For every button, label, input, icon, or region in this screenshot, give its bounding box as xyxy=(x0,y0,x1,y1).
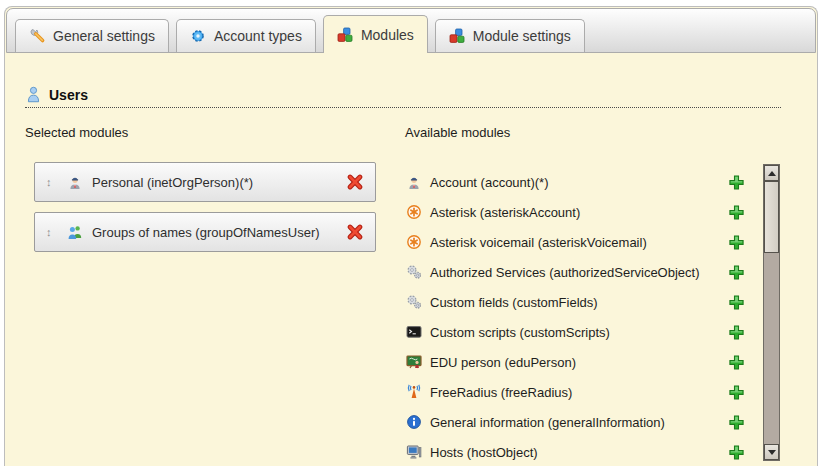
add-module-button[interactable] xyxy=(728,354,745,371)
lam-configuration-window: General settingsAccount typesModulesModu… xyxy=(0,0,824,473)
add-module-button[interactable] xyxy=(728,324,745,341)
gears-icon xyxy=(405,264,422,281)
gears-icon xyxy=(405,294,422,311)
selected-modules-list: ↕Personal (inetOrgPerson)(*)↕Groups of n… xyxy=(34,162,376,262)
modules-icon xyxy=(449,28,466,45)
available-module-asterisk: Asterisk (asteriskAccount) xyxy=(405,197,745,227)
tab-module-settings[interactable]: Module settings xyxy=(435,19,585,52)
add-module-button[interactable] xyxy=(728,264,745,281)
available-modules-label: Available modules xyxy=(405,125,510,140)
gear-icon xyxy=(190,28,207,45)
tab-label: Module settings xyxy=(473,28,571,44)
person-icon xyxy=(405,174,422,191)
scrollbar-up-button[interactable] xyxy=(764,165,779,181)
module-name: Hosts (hostObject) xyxy=(430,445,728,460)
asterisk-icon xyxy=(405,204,422,221)
scrollbar-down-button[interactable] xyxy=(764,444,779,460)
module-name: FreeRadius (freeRadius) xyxy=(430,385,728,400)
available-module-custom-fields: Custom fields (customFields) xyxy=(405,287,745,317)
add-module-button[interactable] xyxy=(728,294,745,311)
selected-module-groups-of-names[interactable]: ↕Groups of names (groupOfNamesUser) xyxy=(34,212,376,252)
available-module-hosts: Hosts (hostObject) xyxy=(405,437,745,467)
info-icon xyxy=(405,414,422,431)
board-icon xyxy=(405,354,422,371)
reorder-handle-icon[interactable]: ↕ xyxy=(46,176,66,188)
tab-bar: General settingsAccount typesModulesModu… xyxy=(6,8,816,53)
available-module-general-information: General information (generalInformation) xyxy=(405,407,745,437)
selected-module-personal[interactable]: ↕Personal (inetOrgPerson)(*) xyxy=(34,162,376,202)
users-icon xyxy=(25,86,42,103)
add-module-button[interactable] xyxy=(728,444,745,461)
module-name: Asterisk (asteriskAccount) xyxy=(430,205,728,220)
remove-module-button[interactable] xyxy=(346,173,364,191)
tab-modules[interactable]: Modules xyxy=(323,15,428,53)
module-name: Account (account)(*) xyxy=(430,175,728,190)
group-icon xyxy=(66,224,83,241)
module-name: EDU person (eduPerson) xyxy=(430,355,728,370)
reorder-handle-icon[interactable]: ↕ xyxy=(46,226,66,238)
tab-general-settings[interactable]: General settings xyxy=(15,19,169,52)
available-module-freeradius: FreeRadius (freeRadius) xyxy=(405,377,745,407)
available-modules-list: Account (account)(*)Asterisk (asteriskAc… xyxy=(405,167,745,467)
add-module-button[interactable] xyxy=(728,174,745,191)
available-module-asterisk-voicemail: Asterisk voicemail (asteriskVoicemail) xyxy=(405,227,745,257)
modules-icon xyxy=(337,26,354,43)
available-module-authorized-services: Authorized Services (authorizedServiceOb… xyxy=(405,257,745,287)
module-name: Groups of names (groupOfNamesUser) xyxy=(92,225,346,240)
add-module-button[interactable] xyxy=(728,234,745,251)
available-module-custom-scripts: Custom scripts (customScripts) xyxy=(405,317,745,347)
module-name: Custom fields (customFields) xyxy=(430,295,728,310)
module-name: Authorized Services (authorizedServiceOb… xyxy=(430,265,728,280)
tab-label: General settings xyxy=(53,28,155,44)
up-arrow-icon xyxy=(768,171,776,176)
tab-account-types[interactable]: Account types xyxy=(176,19,316,52)
available-modules-scrollbar[interactable] xyxy=(763,164,780,461)
person-icon xyxy=(66,174,83,191)
module-name: Asterisk voicemail (asteriskVoicemail) xyxy=(430,235,728,250)
available-module-edu-person: EDU person (eduPerson) xyxy=(405,347,745,377)
antenna-icon xyxy=(405,384,422,401)
down-arrow-icon xyxy=(768,450,776,455)
wrench-icon xyxy=(29,28,46,45)
module-name: Custom scripts (customScripts) xyxy=(430,325,728,340)
add-module-button[interactable] xyxy=(728,204,745,221)
terminal-icon xyxy=(405,324,422,341)
available-module-account: Account (account)(*) xyxy=(405,167,745,197)
module-name: General information (generalInformation) xyxy=(430,415,728,430)
remove-module-button[interactable] xyxy=(346,223,364,241)
scrollbar-thumb[interactable] xyxy=(764,181,779,253)
users-section-header: Users xyxy=(25,86,781,108)
module-name: Personal (inetOrgPerson)(*) xyxy=(92,175,346,190)
selected-modules-label: Selected modules xyxy=(25,125,128,140)
tab-label: Modules xyxy=(361,27,414,43)
section-title: Users xyxy=(49,87,88,103)
add-module-button[interactable] xyxy=(728,384,745,401)
tab-label: Account types xyxy=(214,28,302,44)
config-panel: General settingsAccount typesModulesModu… xyxy=(4,6,818,466)
asterisk-icon xyxy=(405,234,422,251)
add-module-button[interactable] xyxy=(728,414,745,431)
host-icon xyxy=(405,444,422,461)
